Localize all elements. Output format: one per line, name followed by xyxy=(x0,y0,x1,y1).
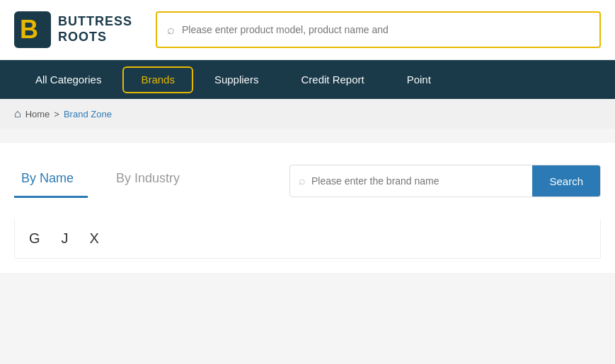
logo-text: BUTTRESS ROOTS xyxy=(58,14,132,45)
header-search-input[interactable] xyxy=(182,24,590,35)
search-icon: ⌕ xyxy=(167,23,175,37)
brand-search-button[interactable]: Search xyxy=(532,165,600,196)
header: B BUTTRESS ROOTS ⌕ xyxy=(0,0,615,60)
tabs-search-row: By Name By Industry ⌕ Search xyxy=(14,164,601,198)
letter-G[interactable]: G xyxy=(29,230,40,247)
nav-item-all-categories[interactable]: All Categories xyxy=(14,60,122,99)
breadcrumb-separator: > xyxy=(54,109,59,119)
main-nav: All Categories Brands Suppliers Credit R… xyxy=(0,60,615,99)
home-icon: ⌂ xyxy=(14,107,21,120)
letter-J[interactable]: J xyxy=(62,230,69,247)
brand-search-container: ⌕ Search xyxy=(289,165,601,197)
breadcrumb-brand-zone[interactable]: Brand Zone xyxy=(64,109,112,119)
nav-item-credit-report[interactable]: Credit Report xyxy=(280,60,385,99)
svg-text:B: B xyxy=(20,15,38,44)
logo[interactable]: B BUTTRESS ROOTS xyxy=(14,11,142,48)
nav-item-brands[interactable]: Brands xyxy=(122,66,193,93)
brand-search-input[interactable] xyxy=(311,175,524,187)
letters-row: G J X xyxy=(14,219,601,259)
header-search-bar[interactable]: ⌕ xyxy=(156,11,601,48)
main-content: By Name By Industry ⌕ Search G J X xyxy=(0,143,615,273)
nav-item-suppliers[interactable]: Suppliers xyxy=(193,60,280,99)
breadcrumb-home[interactable]: Home xyxy=(25,109,50,119)
logo-icon: B xyxy=(14,11,51,48)
letter-X[interactable]: X xyxy=(90,230,99,247)
tab-by-industry[interactable]: By Industry xyxy=(109,164,194,198)
brand-search-icon: ⌕ xyxy=(299,175,306,187)
nav-item-point[interactable]: Point xyxy=(386,60,452,99)
brand-search-inner: ⌕ xyxy=(290,165,532,196)
tab-by-name[interactable]: By Name xyxy=(14,164,88,198)
breadcrumb: ⌂ Home > Brand Zone xyxy=(0,99,615,129)
